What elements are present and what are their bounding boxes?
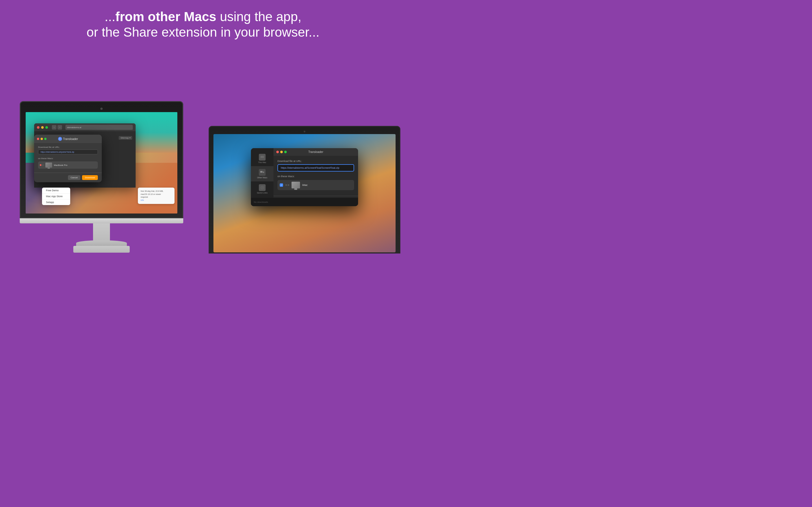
popup-mac-name: MacBook Pro <box>54 164 67 166</box>
svg-rect-0 <box>260 156 264 158</box>
sidebar-this-mac[interactable]: This Mac <box>251 151 273 166</box>
app-url-label: Download file at URL: <box>277 160 354 163</box>
sidebar-saved-links-label: Saved Links <box>257 192 267 194</box>
forward-button[interactable]: › <box>57 125 62 129</box>
app-close-dot[interactable] <box>276 151 279 153</box>
app-mac-dot-gray2 <box>288 184 289 186</box>
popup-buttons: Cancel Download <box>34 173 102 182</box>
back-button[interactable]: ‹ <box>52 125 56 129</box>
app-mac-status-dots <box>285 184 289 186</box>
popup-minimize-dot[interactable] <box>41 138 43 140</box>
tooltip-text: free 30-day trial, 22.8 MB,macOS 10.10 o… <box>141 190 163 198</box>
sidebar-other-macs[interactable]: Other Macs <box>251 166 273 181</box>
popup-url-label: Download file at URL: <box>38 146 98 149</box>
browser-url-bar[interactable]: eternalstorms.at <box>65 125 133 130</box>
popup-title-text: Transloader <box>63 137 78 140</box>
browser-titlebar: ‹ › eternalstorms.at <box>34 123 136 131</box>
transloader-main: Transloader Download file at URL: https:… <box>273 148 358 206</box>
macs-container: ‹ › eternalstorms.at ☁ <box>0 46 406 253</box>
popup-download-button[interactable]: Download <box>82 175 98 180</box>
other-macs-icon <box>259 169 266 176</box>
app-mac-checkbox[interactable]: ✓ <box>280 183 283 187</box>
imac-icon <box>292 182 300 188</box>
imac-mini-icon <box>292 182 300 188</box>
macbook-icon <box>45 163 52 168</box>
browser-minimize-dot[interactable] <box>41 126 44 129</box>
popup-window-controls <box>37 138 47 140</box>
app-body: Download file at URL: https://eternalsto… <box>273 156 358 196</box>
browser-nav: ‹ › <box>52 125 62 129</box>
popup-mac-item: MacBook Pro <box>38 161 98 169</box>
imac-camera <box>100 108 103 110</box>
macbook-wallpaper: This Mac Other Macs <box>213 134 396 252</box>
popup-body: Download file at URL: https://eternalsto… <box>34 143 102 173</box>
browser-url-text: eternalstorms.at <box>67 126 81 128</box>
tooltip-box: free 30-day trial, 22.8 MB,macOS 10.10 o… <box>138 187 174 204</box>
app-titlebar: Transloader <box>273 148 358 156</box>
transloader-app-window: This Mac Other Macs <box>251 148 358 206</box>
browser-maximize-dot[interactable] <box>45 126 48 129</box>
transloader-icon: T <box>58 137 62 141</box>
context-menu-item-free-demo[interactable]: Free Demo <box>42 187 70 193</box>
macbook-camera <box>304 131 305 132</box>
popup-titlebar: T Transloader <box>34 135 102 143</box>
macbook-bezel: This Mac Other Macs <box>209 126 400 253</box>
popup-cancel-button[interactable]: Cancel <box>68 175 81 180</box>
browser-close-dot[interactable] <box>37 126 40 129</box>
app-minimize-dot[interactable] <box>280 151 283 153</box>
imac: ‹ › eternalstorms.at ☁ <box>14 101 189 253</box>
sidebar-saved-links[interactable]: Saved Links <box>251 181 273 196</box>
app-mac-name: iMac <box>302 184 308 186</box>
macbook: This Mac Other Macs <box>209 126 400 253</box>
app-mac-item: ✓ iMac <box>277 180 354 190</box>
context-menu: Free Demo Mac App Store Setapp <box>42 187 70 205</box>
header-line2: or the Share extension in your browser..… <box>0 24 406 40</box>
tooltip-info-link[interactable]: info <box>141 199 144 201</box>
header-bold: from other Macs <box>115 9 216 24</box>
popup-maximize-dot[interactable] <box>44 138 47 140</box>
no-downloads-text: No downloads <box>254 201 268 203</box>
svg-rect-2 <box>260 171 262 173</box>
popup-url-input[interactable]: https://eternalstorms.at/yoink/Yoink.zip <box>38 150 98 154</box>
macbook-screen: This Mac Other Macs <box>213 134 396 252</box>
sidebar-other-macs-label: Other Macs <box>257 177 267 179</box>
imac-screen-area: ‹ › eternalstorms.at ☁ <box>20 101 183 218</box>
app-window-controls <box>276 151 287 153</box>
svg-rect-1 <box>261 158 263 159</box>
imac-chin <box>20 218 183 223</box>
transloader-popup: T Transloader Download file at URL: http… <box>34 135 102 182</box>
app-maximize-dot[interactable] <box>284 151 287 153</box>
popup-macs-label: on these Macs: <box>38 157 98 160</box>
mac-dot-gray <box>42 164 44 166</box>
mac-dot-red <box>40 164 42 166</box>
this-mac-icon <box>259 154 266 161</box>
macbook-bottom-bar: No downloads <box>251 198 358 206</box>
imac-wallpaper: ‹ › eternalstorms.at ☁ <box>26 112 177 214</box>
context-menu-item-setapp[interactable]: Setapp <box>42 200 70 205</box>
app-title-text: Transloader <box>308 151 323 154</box>
app-mac-dot-gray1 <box>285 184 287 186</box>
imac-screen: ‹ › eternalstorms.at ☁ <box>26 112 177 214</box>
mac-status-dots <box>40 164 44 166</box>
imac-neck <box>93 223 110 246</box>
context-menu-item-mac-app-store[interactable]: Mac App Store <box>42 193 70 200</box>
header-prefix: ... <box>105 9 115 24</box>
imac-base <box>73 246 130 252</box>
sitemap-button[interactable]: Sitemap ▾ <box>119 136 132 140</box>
imac-bezel: ‹ › eternalstorms.at ☁ <box>20 101 183 218</box>
popup-close-dot[interactable] <box>37 138 39 140</box>
saved-links-icon <box>259 184 266 191</box>
header-suffix: using the app, <box>216 9 301 24</box>
popup-title: T Transloader <box>58 137 78 141</box>
app-macs-label: on these Macs: <box>277 175 354 178</box>
app-url-input[interactable]: https://eternalstorms.at/ScreenFloat/Scr… <box>277 164 354 172</box>
svg-rect-3 <box>263 172 264 173</box>
header-line1: ...from other Macs using the app, <box>0 9 406 24</box>
header: ...from other Macs using the app, or the… <box>0 0 406 46</box>
macbook-screen-area: This Mac Other Macs <box>209 126 400 253</box>
sidebar-this-mac-label: This Mac <box>258 161 266 163</box>
